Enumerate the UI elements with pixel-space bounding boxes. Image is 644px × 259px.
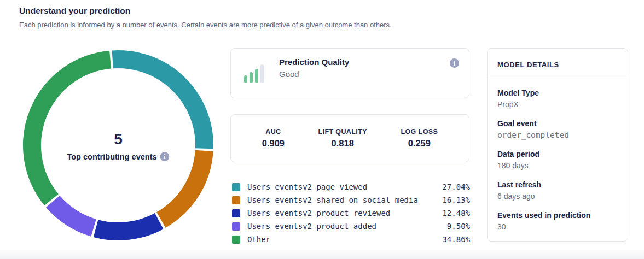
metric-value: 0.259	[401, 138, 438, 149]
prediction-quality-card: Prediction Quality Good i	[230, 48, 469, 98]
legend-item[interactable]: Users eventsv2 product added9.50%	[230, 220, 470, 233]
model-details-body: Model TypePropXGoal eventorder_completed…	[488, 89, 628, 231]
signal-bar	[255, 69, 258, 83]
legend-percent: 16.13%	[442, 196, 470, 204]
legend-swatch-icon	[232, 236, 240, 244]
legend-swatch-icon	[232, 183, 240, 191]
model-details-header: MODEL DETAILS	[488, 49, 628, 78]
model-detail-label: Data period	[497, 150, 618, 158]
donut-segment[interactable]	[32, 60, 110, 199]
donut-segment[interactable]	[96, 221, 159, 232]
footer-strip	[0, 250, 644, 259]
model-detail-field: Events used in prediction30	[497, 211, 618, 231]
page-title: Understand your prediction	[19, 6, 130, 16]
prediction-quality-title: Prediction Quality	[279, 57, 349, 67]
model-detail-value: 30	[497, 222, 618, 231]
metric: LIFT QUALITY0.818	[318, 128, 367, 149]
donut-center-label: Top contributing events	[67, 152, 156, 161]
legend-swatch-icon	[232, 209, 240, 217]
top-events-donut-chart: 5 Top contributing events i	[22, 50, 214, 241]
legend-percent: 12.48%	[442, 209, 470, 217]
prediction-quality-text: Prediction Quality Good	[279, 57, 349, 79]
metric-value: 0.909	[262, 138, 285, 149]
chart-legend: Users eventsv2 page viewed27.04%Users ev…	[230, 180, 470, 246]
legend-item[interactable]: Users eventsv2 page viewed27.04%	[230, 180, 470, 193]
model-detail-label: Model Type	[497, 89, 618, 97]
legend-percent: 34.86%	[442, 235, 470, 244]
legend-percent: 9.50%	[447, 222, 470, 231]
model-detail-field: Goal eventorder_completed	[497, 119, 618, 139]
model-detail-value: order_completed	[497, 131, 618, 139]
model-detail-field: Last refresh6 days ago	[497, 180, 618, 201]
model-details-panel: MODEL DETAILS Model TypePropXGoal evento…	[487, 48, 628, 242]
donut-center: 5 Top contributing events i	[67, 132, 169, 161]
model-detail-value: 6 days ago	[497, 192, 618, 201]
metric-value: 0.818	[318, 138, 367, 149]
model-detail-value: 180 days	[497, 161, 618, 170]
legend-label: Users eventsv2 product added	[247, 222, 447, 231]
legend-swatch-icon	[232, 196, 240, 204]
prediction-quality-value: Good	[279, 69, 349, 79]
legend-label: Users eventsv2 product reviewed	[247, 209, 442, 217]
metric: LOG LOSS0.259	[401, 128, 438, 149]
signal-bar	[250, 72, 253, 83]
page-subtitle: Each prediction is informed by a number …	[19, 21, 392, 29]
metric: AUC0.909	[262, 128, 285, 149]
donut-segment[interactable]	[53, 202, 94, 228]
metric-label: AUC	[262, 128, 285, 136]
model-detail-value: PropX	[497, 100, 618, 109]
info-icon[interactable]: i	[160, 152, 170, 161]
legend-percent: 27.04%	[442, 183, 470, 191]
signal-bars-icon	[244, 64, 264, 83]
model-detail-field: Model TypePropX	[497, 89, 618, 109]
metric-label: LOG LOSS	[401, 128, 438, 136]
model-detail-field: Data period180 days	[497, 150, 618, 170]
signal-bar	[244, 75, 247, 83]
legend-item[interactable]: Other34.86%	[230, 233, 470, 246]
model-metrics-card: AUC0.909LIFT QUALITY0.818LOG LOSS0.259	[230, 114, 469, 162]
metric-label: LIFT QUALITY	[318, 128, 367, 136]
model-detail-label: Events used in prediction	[497, 211, 618, 220]
top-events-count: 5	[67, 132, 169, 147]
signal-bar	[260, 64, 264, 83]
legend-label: Users eventsv2 page viewed	[247, 183, 442, 191]
model-detail-label: Goal event	[497, 119, 618, 128]
legend-item[interactable]: Users eventsv2 product reviewed12.48%	[230, 207, 470, 220]
legend-item[interactable]: Users eventsv2 shared on social media16.…	[230, 193, 470, 207]
legend-label: Users eventsv2 shared on social media	[247, 196, 442, 204]
legend-label: Other	[247, 235, 442, 244]
legend-swatch-icon	[232, 222, 240, 231]
model-detail-label: Last refresh	[497, 180, 618, 189]
understand-prediction-section: Understand your prediction Each predicti…	[0, 0, 644, 259]
info-icon[interactable]: i	[450, 58, 459, 68]
